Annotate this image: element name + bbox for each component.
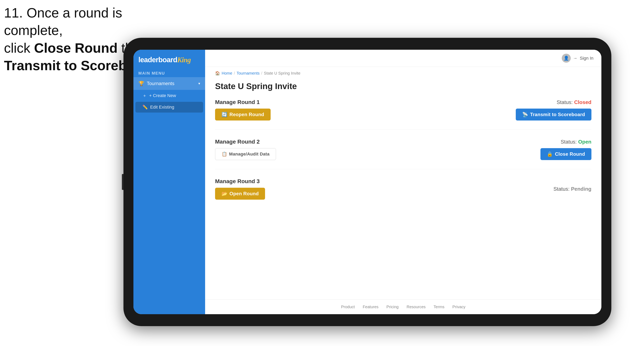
close-icon: 🔒 [547,151,553,157]
chevron-down-icon: ▾ [198,81,200,86]
round-1-actions: 🔄 Reopen Round [215,109,270,121]
round-1-title: Manage Round 1 [215,99,270,105]
round-1-right: Status: Closed 📡 Transmit to Scoreboard [516,99,592,121]
manage-audit-label: Manage/Audit Data [229,152,270,157]
instruction-line1: 11. Once a round is complete, [4,5,122,38]
tablet-side-button [122,174,124,190]
plus-icon: ＋ [142,93,147,99]
transmit-label: Transmit to Scoreboard [530,112,585,117]
app-layout: leaderboardKing MAIN MENU 🏆 Tournaments … [134,50,602,314]
round-2-section: Manage Round 2 📋 Manage/Audit Data [215,139,592,169]
round-1-section: Manage Round 1 🔄 Reopen Round [215,99,592,130]
round-1-status: Status: Closed [516,99,592,105]
sign-in-label: → [573,56,578,61]
sidebar-item-tournaments[interactable]: 🏆 Tournaments ▾ [134,77,205,90]
sidebar: leaderboardKing MAIN MENU 🏆 Tournaments … [134,50,205,314]
round-3-left: Manage Round 3 📂 Open Round [215,178,265,200]
round-2-status-value: Open [578,139,592,145]
round-1-row: Manage Round 1 🔄 Reopen Round [215,99,592,121]
transmit-icon: 📡 [522,112,528,117]
tablet-screen: leaderboardKing MAIN MENU 🏆 Tournaments … [134,50,602,314]
breadcrumb-sep-1: / [234,71,235,76]
tablet-device: leaderboardKing MAIN MENU 🏆 Tournaments … [124,38,611,326]
round-1-left: Manage Round 1 🔄 Reopen Round [215,99,270,121]
breadcrumb: 🏠 Home / Tournaments / State U Spring In… [205,67,602,78]
main-menu-label: MAIN MENU [134,68,205,77]
round-1-secondary-action: 📡 Transmit to Scoreboard [516,109,592,121]
round-2-secondary-action: 🔒 Close Round [540,148,592,160]
logo-area: leaderboardKing [134,50,205,68]
round-3-title: Manage Round 3 [215,178,265,184]
open-icon: 📂 [222,191,228,196]
breadcrumb-home[interactable]: Home [222,71,232,76]
round-2-left: Manage Round 2 📋 Manage/Audit Data [215,139,276,160]
manage-audit-button[interactable]: 📋 Manage/Audit Data [215,148,276,160]
home-icon: 🏠 [215,71,220,76]
round-3-status: Status: Pending [554,186,592,192]
logo-leaderboard: leaderboard [138,56,177,64]
footer-pricing[interactable]: Pricing [386,305,399,309]
sign-in-text: Sign In [580,56,594,61]
tournaments-menu-label: Tournaments [147,81,174,86]
audit-icon: 📋 [222,152,227,157]
open-round-button[interactable]: 📂 Open Round [215,188,265,200]
logo-king: King [177,56,191,64]
sidebar-item-create-new[interactable]: ＋ + Create New [134,90,205,101]
round-2-status: Status: Open [540,139,592,145]
trophy-icon: 🏆 [138,81,144,86]
sidebar-item-edit-existing[interactable]: ✏️ Edit Existing [136,102,203,113]
round-2-title: Manage Round 2 [215,139,276,145]
round-3-actions: 📂 Open Round [215,188,265,200]
close-round-label: Close Round [555,151,585,157]
main-content: 👤 → Sign In 🏠 Home / Tournaments / State… [205,50,602,314]
create-new-label: + Create New [149,93,176,98]
footer-privacy[interactable]: Privacy [452,305,466,309]
round-3-section: Manage Round 3 📂 Open Round [215,178,592,209]
round-2-row: Manage Round 2 📋 Manage/Audit Data [215,139,592,160]
round-3-right: Status: Pending [554,186,592,192]
round-2-actions: 📋 Manage/Audit Data [215,148,276,160]
user-avatar: 👤 [562,54,571,63]
footer-resources[interactable]: Resources [407,305,426,309]
page-title: State U Spring Invite [215,82,592,91]
footer: Product Features Pricing Resources Terms… [205,300,602,314]
round-3-row: Manage Round 3 📂 Open Round [215,178,592,200]
app-logo: leaderboardKing [138,56,200,64]
page-content: State U Spring Invite Manage Round 1 🔄 R… [205,78,602,300]
edit-existing-label: Edit Existing [150,105,174,110]
close-round-button[interactable]: 🔒 Close Round [540,148,592,160]
breadcrumb-sep-2: / [261,71,262,76]
reopen-round-button[interactable]: 🔄 Reopen Round [215,109,270,121]
avatar-icon: 👤 [564,56,569,61]
reopen-icon: 🔄 [222,112,228,117]
reopen-label: Reopen Round [230,112,264,117]
edit-icon: ✏️ [142,105,148,110]
round-1-status-value: Closed [574,99,592,105]
top-bar: 👤 → Sign In [205,50,602,67]
breadcrumb-tournaments[interactable]: Tournaments [236,71,260,76]
transmit-scoreboard-button[interactable]: 📡 Transmit to Scoreboard [516,109,592,121]
breadcrumb-current: State U Spring Invite [264,71,300,76]
round-3-status-value: Pending [571,186,592,192]
footer-features[interactable]: Features [363,305,378,309]
footer-product[interactable]: Product [341,305,355,309]
sign-in-area[interactable]: 👤 → Sign In [562,54,594,63]
open-round-label: Open Round [230,191,259,196]
round-2-right: Status: Open 🔒 Close Round [540,139,592,160]
footer-terms[interactable]: Terms [434,305,444,309]
